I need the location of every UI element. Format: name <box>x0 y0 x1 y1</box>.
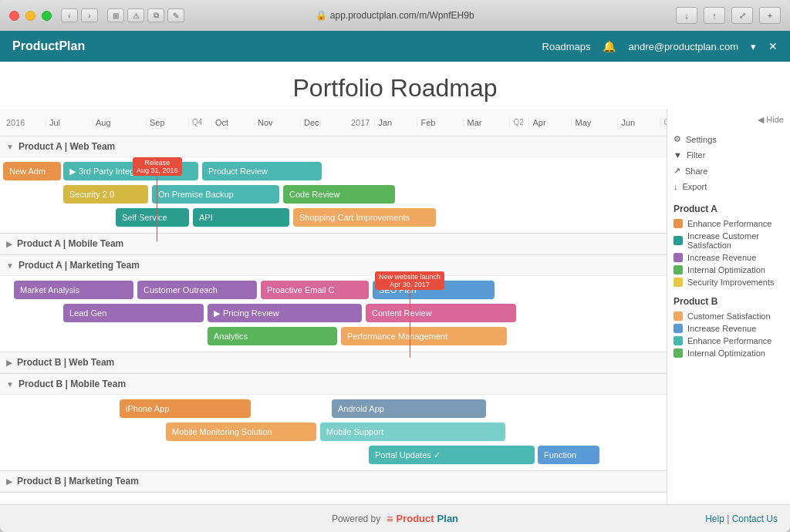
group-product-a-mobile: ▶ Product A | Mobile Team <box>0 234 667 255</box>
minimize-button[interactable] <box>25 11 35 21</box>
share-action[interactable]: ↗ Share <box>674 163 784 179</box>
group-header-product-a-web[interactable]: ▼ Product A | Web Team <box>0 136 667 157</box>
close-nav-icon[interactable]: ✕ <box>768 40 778 52</box>
titlebar-right-icons: ↓ ↑ ⤢ + <box>676 7 781 24</box>
group-label-product-a-marketing: Product A | Marketing Team <box>19 260 140 271</box>
group-product-b-mobile: ▼ Product B | Mobile Team iPhone App And… <box>0 374 667 471</box>
legend-color <box>674 348 683 358</box>
settings-action[interactable]: ⚙ Settings <box>674 131 784 147</box>
group-label-product-b-marketing: Product B | Marketing Team <box>17 476 139 487</box>
bar-code-review[interactable]: Code Review <box>283 185 395 204</box>
gantt-row: Portal Updates ✓ Function <box>0 444 667 466</box>
month-jun: Jun <box>617 118 660 127</box>
bar-new-adm[interactable]: New Adm <box>3 162 61 180</box>
bar-market-analysis[interactable]: Market Analysis <box>14 281 133 299</box>
group-toggle-icon: ▶ <box>6 477 12 486</box>
group-label-product-b-web: Product B | Web Team <box>17 357 114 368</box>
legend-item: Increase Customer Satisfaction <box>674 231 784 250</box>
group-header-product-b-mobile[interactable]: ▼ Product B | Mobile Team <box>0 374 667 395</box>
bar-pricing-review[interactable]: ▶Pricing Review <box>208 304 362 322</box>
roadmaps-link[interactable]: Roadmaps <box>542 41 591 52</box>
roadmap-main[interactable]: 2016 Jul Aug Sep Q4 Oct Nov <box>0 109 667 504</box>
legend-color <box>674 324 683 333</box>
group-header-product-b-web[interactable]: ▶ Product B | Web Team <box>0 352 667 373</box>
add-tab-button[interactable]: + <box>759 7 781 24</box>
split-button[interactable]: ⧉ <box>147 8 164 22</box>
edit-button[interactable]: ✎ <box>167 8 184 22</box>
app-window: ‹ › ⊞ ⚠ ⧉ ✎ 🔒 app.productplan.com/m/Wpnf… <box>0 0 790 532</box>
bar-iphone-app[interactable]: iPhone App <box>120 399 251 418</box>
url-bar[interactable]: 🔒 app.productplan.com/m/WpnfEH9b <box>316 10 474 21</box>
titlebar: ‹ › ⊞ ⚠ ⧉ ✎ 🔒 app.productplan.com/m/Wpnf… <box>0 0 790 31</box>
filter-icon: ▼ <box>674 150 682 160</box>
bar-customer-outreach[interactable]: Customer Outreach <box>137 281 257 299</box>
notification-icon[interactable]: 🔔 <box>603 40 616 52</box>
release-line <box>157 176 157 241</box>
share-icon[interactable]: ↑ <box>704 7 725 24</box>
group-header-product-b-marketing[interactable]: ▶ Product B | Marketing Team <box>0 471 667 492</box>
group-label-product-a-mobile: Product A | Mobile Team <box>17 238 123 249</box>
gantt-row: New Adm ▶3rd Party Integrations Product … <box>0 160 667 182</box>
back-button[interactable]: ‹ <box>61 8 78 22</box>
quarter-q4: Q4 <box>188 118 211 127</box>
contact-link[interactable]: Contact Us <box>732 513 778 524</box>
group-label-product-a-web: Product A | Web Team <box>19 141 115 152</box>
group-header-product-a-mobile[interactable]: ▶ Product A | Mobile Team <box>0 234 667 254</box>
titlebar-extra-buttons: ⊞ ⚠ ⧉ ✎ <box>107 8 184 22</box>
gantt-row: iPhone App Android App <box>0 398 667 419</box>
gantt-row: Market Analysis Customer Outreach Proact… <box>0 279 667 301</box>
user-email[interactable]: andre@productplan.com <box>628 41 738 52</box>
release-label: Release <box>137 159 178 167</box>
sidebar: ◀ Hide ⚙ Settings ▼ Filter ↗ Share ↓ Exp… <box>667 109 790 504</box>
legend-label: Increase Revenue <box>687 253 756 262</box>
bar-android-app[interactable]: Android App <box>332 399 486 418</box>
bar-lead-gen[interactable]: Lead Gen <box>63 304 204 322</box>
bar-api[interactable]: API <box>193 208 289 227</box>
help-link[interactable]: Help <box>705 513 724 524</box>
gantt-row: Lead Gen ▶Pricing Review Content Review <box>0 302 667 324</box>
page-title: Portfolio Roadmap <box>0 62 790 109</box>
milestone-line <box>410 290 410 358</box>
bar-portal-updates[interactable]: Portal Updates ✓ <box>369 446 535 464</box>
bar-function[interactable]: Function <box>538 446 599 464</box>
group-product-a-marketing: ▼ Product A | Marketing Team New website… <box>0 255 667 352</box>
warning-button[interactable]: ⚠ <box>127 8 144 22</box>
powered-by-label: Powered by <box>332 513 380 524</box>
month-aug: Aug <box>92 118 146 127</box>
fullscreen-icon[interactable]: ⤢ <box>731 7 753 24</box>
export-action[interactable]: ↓ Export <box>674 179 784 194</box>
maximize-button[interactable] <box>42 11 52 21</box>
hide-button[interactable]: ◀ Hide <box>674 115 784 125</box>
legend-color <box>674 236 683 245</box>
titlebar-nav: ‹ › <box>61 8 98 22</box>
bar-shopping-cart[interactable]: Shopping Cart Improvements <box>293 208 436 227</box>
close-button[interactable] <box>9 11 19 21</box>
group-header-product-a-marketing[interactable]: ▼ Product A | Marketing Team <box>0 255 667 276</box>
group-toggle-icon: ▼ <box>6 143 14 151</box>
legend-item: Increase Revenue <box>674 324 784 333</box>
brand-logo[interactable]: ProductPlan <box>12 39 85 53</box>
legend-label: Enhance Performance <box>687 336 771 345</box>
bar-mobile-support[interactable]: Mobile Support <box>320 423 505 441</box>
release-date: Aug 31, 2016 <box>137 167 178 174</box>
milestone-text: New website launch <box>379 273 441 281</box>
legend-label: Security Improvements <box>687 278 774 287</box>
bar-product-review[interactable]: Product Review <box>202 162 322 180</box>
bar-proactive-email[interactable]: Proactive Email C <box>261 281 369 299</box>
footer-logo-product: Product <box>396 513 434 524</box>
bar-mobile-monitoring[interactable]: Mobile Monitoring Solution <box>166 423 316 441</box>
legend-label: Internal Optimization <box>687 265 765 274</box>
filter-action[interactable]: ▼ Filter <box>674 147 784 163</box>
navbar-right: Roadmaps 🔔 andre@productplan.com ▾ ✕ <box>542 40 778 52</box>
user-menu-arrow[interactable]: ▾ <box>751 41 756 52</box>
grid-button[interactable]: ⊞ <box>107 8 124 22</box>
bar-analytics[interactable]: Analytics <box>208 327 337 345</box>
forward-button[interactable]: › <box>81 8 98 22</box>
quarter-q3: Q3 <box>660 118 667 127</box>
download-icon[interactable]: ↓ <box>676 7 697 24</box>
footer: Powered by ≡ Product Plan Help | Contact… <box>0 504 790 532</box>
legend-label: Internal Optimization <box>687 348 765 358</box>
month-apr: Apr <box>528 118 571 127</box>
month-feb: Feb <box>417 118 463 127</box>
legend-color <box>674 253 683 262</box>
